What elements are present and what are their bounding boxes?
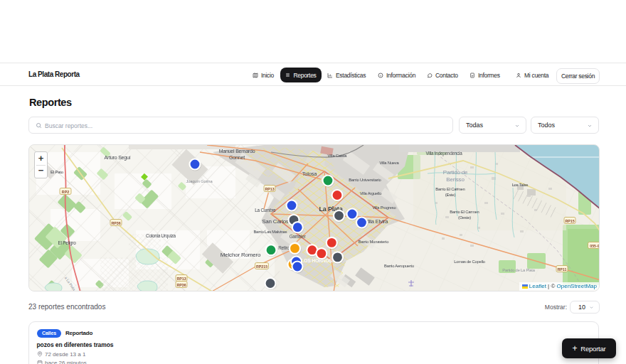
svg-text:Joaquín Gorina: Joaquín Gorina <box>186 179 213 183</box>
svg-text:Tolosa: Tolosa <box>302 171 318 177</box>
svg-text:Partido de: Partido de <box>443 169 468 176</box>
svg-text:RP36: RP36 <box>111 221 120 225</box>
svg-text:Melchor Romero: Melchor Romero <box>221 252 261 258</box>
svg-text:Barrio Aeropuerto: Barrio Aeropuerto <box>384 264 414 268</box>
svg-text:RP13: RP13 <box>265 187 274 191</box>
svg-text:Arturo Seguí: Arturo Seguí <box>105 155 131 161</box>
svg-text:Berisso: Berisso <box>446 176 465 183</box>
svg-text:Barrio El Carmen: Barrio El Carmen <box>435 187 465 191</box>
svg-text:055-0: 055-0 <box>590 244 600 248</box>
svg-text:Barrio Monasterio: Barrio Monasterio <box>359 240 388 244</box>
svg-text:Partido de La Plata: Partido de La Plata <box>502 268 535 272</box>
svg-text:LOS HORNOS: LOS HORNOS <box>301 258 332 263</box>
svg-text:(Este): (Este) <box>445 193 456 197</box>
svg-text:Barrio Universitario: Barrio Universitario <box>349 178 381 182</box>
svg-text:Villa Progreso: Villa Progreso <box>372 205 396 210</box>
svg-text:Manuel Bernardo: Manuel Bernardo <box>219 149 255 154</box>
svg-text:El Peligro: El Peligro <box>58 240 77 246</box>
svg-text:(Oeste): (Oeste) <box>458 215 471 220</box>
svg-text:San Carlos: San Carlos <box>262 218 289 225</box>
svg-text:Los Talas: Los Talas <box>512 183 529 187</box>
svg-text:Villa Independencia: Villa Independencia <box>425 151 462 156</box>
svg-text:La Cumbre: La Cumbre <box>255 208 276 213</box>
svg-text:Colonia Urquiza: Colonia Urquiza <box>146 233 176 239</box>
svg-text:RP215: RP215 <box>256 264 267 269</box>
svg-text:Barrio Las Malvinas: Barrio Las Malvinas <box>253 230 287 234</box>
svg-text:El Pato: El Pato <box>51 170 64 174</box>
svg-text:RP11: RP11 <box>558 267 567 272</box>
svg-text:RP36: RP36 <box>176 283 186 287</box>
svg-text:Retiro: Retiro <box>278 245 290 250</box>
svg-text:Gambier: Gambier <box>290 234 306 239</box>
svg-text:Villa Catela: Villa Catela <box>328 154 348 158</box>
svg-text:Villa Arguello: Villa Arguello <box>360 191 382 196</box>
svg-text:Lomas de Copello: Lomas de Copello <box>454 259 485 264</box>
svg-text:Villa Elvira: Villa Elvira <box>365 218 389 225</box>
svg-text:RP2: RP2 <box>62 190 69 194</box>
svg-text:Barrio El Carmen: Barrio El Carmen <box>450 210 479 214</box>
svg-text:RP15: RP15 <box>565 219 574 223</box>
svg-text:Villa Nueva: Villa Nueva <box>379 161 399 165</box>
svg-text:RP13: RP13 <box>176 277 186 281</box>
svg-text:Gonnet: Gonnet <box>229 155 245 160</box>
